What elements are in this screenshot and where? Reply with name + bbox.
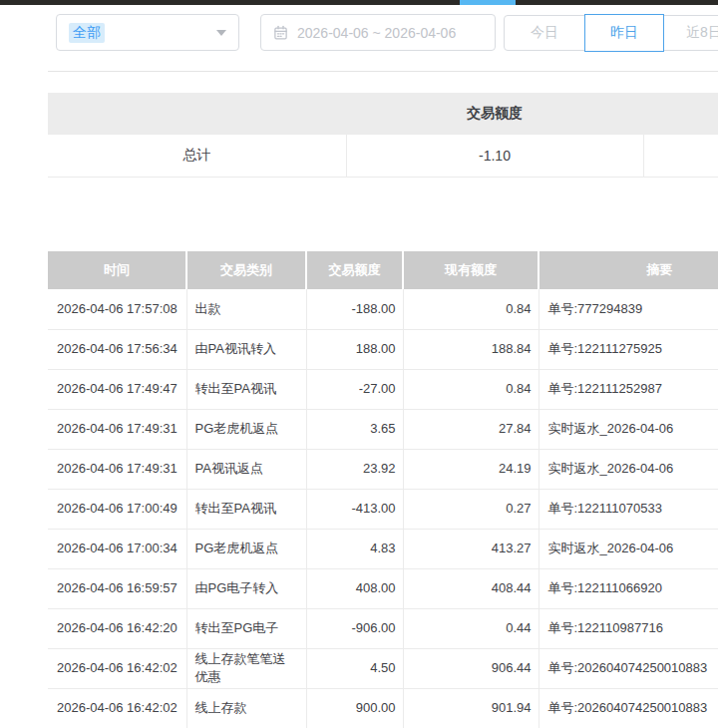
cell-time: 2026-04-06 17:57:08: [48, 289, 186, 329]
table-row: 2026-04-06 17:49:31PA视讯返点23.9224.19实时返水_…: [48, 449, 718, 489]
quick-range-button[interactable]: 近8日: [664, 16, 718, 50]
table-row: 2026-04-06 17:00:34PG老虎机返点4.83413.27实时返水…: [48, 529, 718, 568]
table-row: 2026-04-06 17:00:49转出至PA视讯-413.000.27单号:…: [48, 489, 718, 529]
date-range-picker[interactable]: 2026-04-06 ~ 2026-04-06: [260, 14, 496, 51]
cell-balance: 0.84: [403, 289, 538, 329]
column-header-amount: 交易额度: [306, 251, 403, 289]
category-select[interactable]: 全部: [56, 14, 239, 51]
date-range-value: 2026-04-06 ~ 2026-04-06: [297, 25, 456, 41]
summary-total-clipped: [643, 135, 718, 177]
table-row: 2026-04-06 17:49:31PG老虎机返点3.6527.84实时返水_…: [48, 409, 718, 449]
column-header-type: 交易类别: [186, 251, 306, 289]
table-row: 2026-04-06 16:42:02线上存款笔笔送优惠4.50906.44单号…: [48, 648, 718, 688]
cell-balance: 188.84: [403, 329, 538, 369]
cell-amount: 408.00: [306, 568, 403, 608]
cell-note: 单号:202604074250010883: [538, 688, 718, 728]
quick-range-group: 今日昨日近8日: [504, 15, 718, 51]
summary-total-value: -1.10: [346, 135, 643, 177]
cell-balance: 413.27: [403, 529, 538, 568]
filter-divider: [48, 71, 718, 72]
quick-range-button[interactable]: 昨日: [584, 14, 664, 52]
cell-note: 单号:202604074250010883: [538, 648, 718, 688]
column-header-note: 摘要: [538, 251, 718, 289]
cell-amount: 900.00: [306, 688, 403, 728]
cell-amount: -188.00: [306, 289, 403, 329]
cell-balance: 27.84: [403, 409, 538, 449]
summary-total-label: 总计: [48, 135, 346, 177]
cell-type: 转出至PA视讯: [186, 369, 306, 409]
cell-amount: 188.00: [306, 329, 403, 369]
table-row: 2026-04-06 16:42:20转出至PG电子-906.000.44单号:…: [48, 608, 718, 648]
cell-time: 2026-04-06 16:59:57: [48, 568, 186, 608]
cell-time: 2026-04-06 17:49:47: [48, 369, 186, 409]
cell-type: 线上存款: [186, 688, 306, 728]
calendar-icon: [273, 25, 288, 40]
cell-balance: 24.19: [403, 449, 538, 489]
cell-amount: 3.65: [306, 409, 403, 449]
cell-type: PA视讯返点: [186, 449, 306, 489]
transactions-table: 时间 交易类别 交易额度 现有额度 摘要 2026-04-06 17:57:08…: [48, 251, 718, 728]
cell-type: PG老虎机返点: [186, 409, 306, 449]
cell-balance: 901.94: [403, 688, 538, 728]
cell-note: 实时返水_2026-04-06: [538, 409, 718, 449]
cell-note: 实时返水_2026-04-06: [538, 449, 718, 489]
cell-amount: 4.50: [306, 648, 403, 688]
cell-time: 2026-04-06 16:42:02: [48, 648, 186, 688]
cell-amount: -413.00: [306, 489, 403, 529]
cell-time: 2026-04-06 17:49:31: [48, 409, 186, 449]
cell-balance: 0.44: [403, 608, 538, 648]
cell-time: 2026-04-06 16:42:02: [48, 688, 186, 728]
cell-type: 由PG电子转入: [186, 568, 306, 608]
column-header-time: 时间: [48, 251, 186, 289]
cell-type: 转出至PG电子: [186, 608, 306, 648]
cell-amount: 4.83: [306, 529, 403, 568]
loading-progress-segment: [460, 0, 516, 5]
cell-note: 单号:777294839: [538, 289, 718, 329]
summary-header-empty: [48, 93, 346, 135]
transactions-header-row: 时间 交易类别 交易额度 现有额度 摘要: [48, 251, 718, 289]
summary-header-row: 交易额度: [48, 93, 718, 135]
cell-note: 实时返水_2026-04-06: [538, 529, 718, 568]
cell-type: 出款: [186, 289, 306, 329]
cell-type: PG老虎机返点: [186, 529, 306, 568]
table-row: 2026-04-06 16:59:57由PG电子转入408.00408.44单号…: [48, 568, 718, 608]
cell-balance: 0.84: [403, 369, 538, 409]
cell-balance: 408.44: [403, 568, 538, 608]
cell-type: 由PA视讯转入: [186, 329, 306, 369]
cell-note: 单号:122111066920: [538, 568, 718, 608]
cell-type: 转出至PA视讯: [186, 489, 306, 529]
column-header-balance: 现有额度: [403, 251, 538, 289]
table-row: 2026-04-06 17:56:34由PA视讯转入188.00188.84单号…: [48, 329, 718, 369]
cell-note: 单号:122111252987: [538, 369, 718, 409]
summary-header-clipped: [643, 93, 718, 135]
cell-balance: 0.27: [403, 489, 538, 529]
quick-range-button[interactable]: 今日: [505, 16, 584, 50]
cell-note: 单号:122111070533: [538, 489, 718, 529]
cell-time: 2026-04-06 17:56:34: [48, 329, 186, 369]
table-row: 2026-04-06 17:49:47转出至PA视讯-27.000.84单号:1…: [48, 369, 718, 409]
cell-time: 2026-04-06 17:00:34: [48, 529, 186, 568]
cell-time: 2026-04-06 17:49:31: [48, 449, 186, 489]
cell-type: 线上存款笔笔送优惠: [186, 648, 306, 688]
summary-table: 交易额度 总计 -1.10: [48, 93, 718, 178]
cell-time: 2026-04-06 16:42:20: [48, 608, 186, 648]
cell-note: 单号:122110987716: [538, 608, 718, 648]
summary-header-amount: 交易额度: [346, 93, 643, 135]
transactions-tbody: 2026-04-06 17:57:08出款-188.000.84单号:77729…: [48, 289, 718, 728]
chevron-down-icon: [216, 30, 226, 36]
browser-loading-bar: [0, 0, 718, 5]
cell-time: 2026-04-06 17:00:49: [48, 489, 186, 529]
category-select-value: 全部: [69, 23, 105, 43]
summary-total-row: 总计 -1.10: [48, 135, 718, 177]
cell-amount: 23.92: [306, 449, 403, 489]
cell-amount: -27.00: [306, 369, 403, 409]
table-row: 2026-04-06 16:42:02线上存款900.00901.94单号:20…: [48, 688, 718, 728]
cell-balance: 906.44: [403, 648, 538, 688]
cell-note: 单号:122111275925: [538, 329, 718, 369]
cell-amount: -906.00: [306, 608, 403, 648]
table-row: 2026-04-06 17:57:08出款-188.000.84单号:77729…: [48, 289, 718, 329]
